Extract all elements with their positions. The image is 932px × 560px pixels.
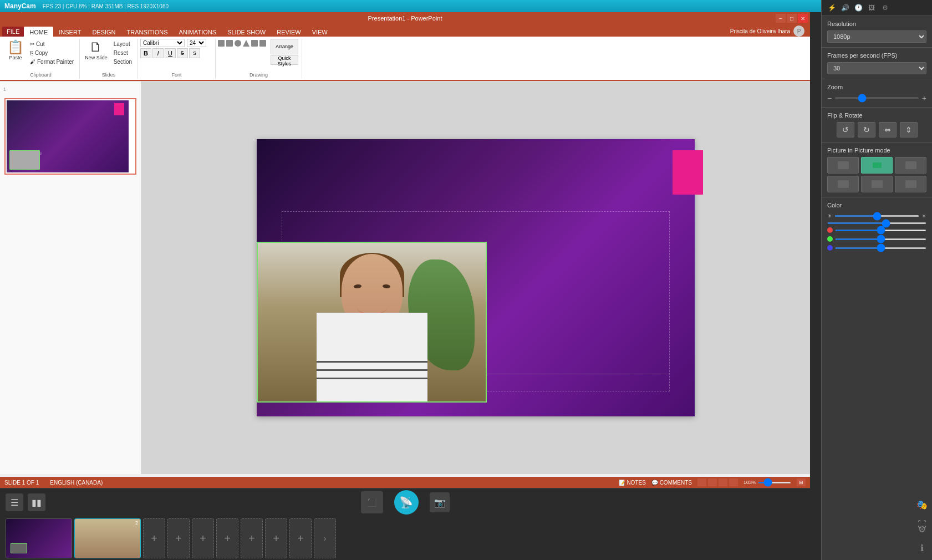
webcam-overlay[interactable] xyxy=(257,242,487,403)
shape-more[interactable] xyxy=(259,40,266,47)
fit-slide-button[interactable]: ⊞ xyxy=(797,478,806,486)
panel-icon-3[interactable]: 🕐 xyxy=(853,2,864,13)
notes-button[interactable]: 📝 NOTES xyxy=(619,480,646,486)
pip-topcenter-button[interactable] xyxy=(861,157,893,174)
copy-button[interactable]: ⎘ Copy xyxy=(28,49,76,57)
add-source-button-5[interactable]: + xyxy=(241,518,263,558)
tab-animations[interactable]: ANIMATIONS xyxy=(174,27,222,37)
bold-button[interactable]: B xyxy=(140,48,151,58)
strikethrough-button[interactable]: S̶ xyxy=(177,48,188,58)
user-avatar[interactable]: P xyxy=(793,26,804,37)
zoom-range[interactable] xyxy=(758,482,791,483)
flip-horizontal-button[interactable]: ↺ xyxy=(837,122,854,138)
pip-bottomcenter-button[interactable] xyxy=(861,176,893,192)
font-size-select[interactable]: 24 xyxy=(187,39,206,47)
close-button[interactable]: ✕ xyxy=(798,14,808,23)
slideshow-button[interactable] xyxy=(729,478,738,486)
hue-row xyxy=(827,222,926,224)
flip-vertical-button[interactable]: ↻ xyxy=(858,122,875,138)
slide-canvas[interactable]: dd title xyxy=(257,139,695,416)
add-source-button-7[interactable]: + xyxy=(289,518,312,558)
maximize-button[interactable]: □ xyxy=(787,14,797,23)
tab-transitions[interactable]: TRANSITIONS xyxy=(121,27,174,37)
add-source-button-6[interactable]: + xyxy=(265,518,287,558)
rotate-left-button[interactable]: ⇔ xyxy=(879,122,897,138)
clipboard-small-buttons: ✂ Cut ⎘ Copy 🖌 Format Painter xyxy=(28,39,76,66)
info-icon[interactable]: ℹ xyxy=(914,540,930,556)
reset-button[interactable]: Reset xyxy=(111,49,134,57)
new-slide-button[interactable]: 🗋 New Slide xyxy=(82,39,110,62)
saturation-slider[interactable] xyxy=(834,215,919,217)
tab-file[interactable]: FILE xyxy=(2,27,24,37)
snapshot-button[interactable]: 📷 xyxy=(430,492,450,512)
quick-styles-button[interactable]: Quick Styles xyxy=(271,55,298,65)
add-source-overflow[interactable]: › xyxy=(314,518,336,558)
record-button[interactable]: ⬛ xyxy=(361,491,383,513)
shape-arrow[interactable] xyxy=(251,40,258,47)
bottom-left-controls: ☰ ▮▮ xyxy=(6,493,45,511)
pip-topright-button[interactable] xyxy=(895,157,926,174)
paste-button[interactable]: 📋 Paste xyxy=(4,39,27,62)
fps-select[interactable]: 30 60 24 xyxy=(827,62,926,74)
underline-button[interactable]: U xyxy=(165,48,176,58)
panel-icon-2[interactable]: 🔊 xyxy=(839,2,850,13)
panel-icon-1[interactable]: ⚡ xyxy=(826,2,837,13)
menu-button[interactable]: ☰ xyxy=(6,493,23,511)
panel-icon-5[interactable]: ⚙ xyxy=(879,2,890,13)
layout-button[interactable]: Layout xyxy=(111,40,134,48)
settings-icon[interactable]: ⚙ xyxy=(914,521,930,537)
tab-home[interactable]: HOME xyxy=(24,27,53,37)
format-painter-button[interactable]: 🖌 Format Painter xyxy=(28,58,76,66)
sources-button[interactable]: ▮▮ xyxy=(28,493,45,511)
red-slider[interactable] xyxy=(835,230,926,231)
hue-slider[interactable] xyxy=(827,222,926,224)
pip-topleft-button[interactable] xyxy=(827,157,859,174)
shape-rect[interactable] xyxy=(226,40,233,47)
pip-bottomleft-button[interactable] xyxy=(827,176,859,192)
shape-line[interactable] xyxy=(218,40,225,47)
slide-thumbnail[interactable]: dd title xyxy=(4,98,136,175)
rotate-right-button[interactable]: ⇕ xyxy=(900,122,918,138)
add-source-button-1[interactable]: + xyxy=(143,518,165,558)
ppt-titlebar: Presentation1 - PowerPoint − □ ✕ xyxy=(0,12,810,24)
resolution-select[interactable]: 1080p 720p 480p xyxy=(827,30,926,43)
add-source-button-3[interactable]: + xyxy=(192,518,214,558)
arrange-button[interactable]: Arrange xyxy=(271,39,298,54)
source-thumb-1[interactable] xyxy=(6,518,72,558)
live-broadcast-button[interactable]: 📡 xyxy=(394,490,419,515)
section-button[interactable]: Section xyxy=(111,58,134,66)
tab-insert[interactable]: INSERT xyxy=(53,27,86,37)
reading-view-button[interactable] xyxy=(719,478,727,486)
zoom-slider[interactable] xyxy=(835,97,919,99)
shape-triangle[interactable] xyxy=(243,40,249,47)
font-top-row: Calibri 24 xyxy=(140,39,206,47)
tab-view[interactable]: VIEW xyxy=(307,27,333,37)
cut-button[interactable]: ✂ Cut xyxy=(28,40,76,48)
blue-slider[interactable] xyxy=(835,247,926,249)
font-family-select[interactable]: Calibri xyxy=(140,39,185,47)
normal-view-button[interactable] xyxy=(697,478,706,486)
panel-icon-4[interactable]: 🖼 xyxy=(866,2,877,13)
zoom-plus-icon[interactable]: + xyxy=(922,94,926,103)
minimize-button[interactable]: − xyxy=(776,14,786,23)
zoom-minus-icon[interactable]: − xyxy=(827,94,832,103)
add-source-button-4[interactable]: + xyxy=(216,518,238,558)
slide-thumb-image: dd title xyxy=(7,100,129,172)
shape-circle[interactable] xyxy=(235,40,241,47)
tab-slideshow[interactable]: SLIDE SHOW xyxy=(222,27,271,37)
powerpoint-window: Presentation1 - PowerPoint − □ ✕ FILE HO… xyxy=(0,12,810,488)
right-panel: ⚡ 🔊 🕐 🖼 ⚙ Resolution 1080p 720p 480p Fra… xyxy=(821,0,932,560)
mask-icon[interactable]: 🎭 xyxy=(914,497,930,512)
pip-bottomright-button[interactable] xyxy=(895,176,926,192)
comments-button[interactable]: 💬 COMMENTS xyxy=(651,480,692,486)
tab-design[interactable]: DESIGN xyxy=(86,27,121,37)
shadow-button[interactable]: S xyxy=(189,48,200,58)
add-source-button-2[interactable]: + xyxy=(167,518,190,558)
green-slider[interactable] xyxy=(835,238,926,240)
slide-sorter-button[interactable] xyxy=(708,478,717,486)
source-thumb-2[interactable]: 2 xyxy=(74,518,141,558)
italic-button[interactable]: I xyxy=(152,48,164,58)
pip-label: Picture in Picture mode xyxy=(827,147,926,154)
app-stats: FPS 23 | CPU 8% | RAM 351MB | RES 1920X1… xyxy=(43,3,169,9)
tab-review[interactable]: REVIEW xyxy=(271,27,306,37)
